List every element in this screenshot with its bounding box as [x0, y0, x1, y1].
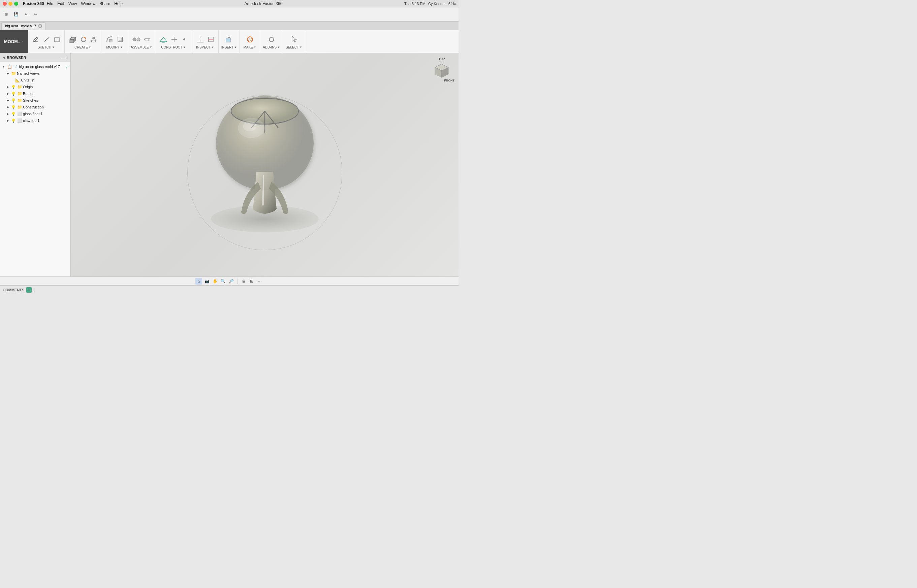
fillet-button[interactable]	[104, 34, 115, 45]
undo-button[interactable]: ↩	[23, 11, 30, 18]
rect-button[interactable]	[52, 35, 61, 44]
sketches-label: Sketches	[23, 99, 69, 102]
redo-button[interactable]: ↪	[32, 11, 39, 18]
plane-button[interactable]	[158, 34, 169, 45]
sketch-chevron: ▼	[52, 46, 55, 49]
save-button[interactable]: 💾	[12, 11, 21, 18]
grid-button[interactable]: ⊞	[248, 278, 255, 284]
main-area: ◀ BROWSER — | ▼ 📋 📄 big acorn glass mold…	[0, 53, 458, 276]
menu-view[interactable]: View	[68, 2, 77, 6]
root-document-icon: 📄	[13, 64, 18, 69]
extrude-button[interactable]	[67, 34, 78, 45]
viewport[interactable]: TOP FRONT	[71, 53, 458, 276]
menu-window[interactable]: Window	[81, 2, 96, 6]
make-button[interactable]: 3D	[244, 34, 256, 45]
ribbon-group-make: 3D MAKE ▼	[240, 30, 260, 53]
ribbon-group-modify: MODIFY ▼	[102, 30, 128, 53]
point-button[interactable]	[180, 35, 189, 44]
maximize-button[interactable]	[14, 2, 18, 6]
addins-chevron: ▼	[277, 46, 280, 49]
browser-tree: ▼ 📋 📄 big acorn glass mold v17 ✓ ▶ 📁 Nam…	[0, 62, 70, 276]
modify-chevron: ▼	[120, 46, 123, 49]
modify-icons	[104, 34, 125, 45]
tree-named-views[interactable]: ▶ 📁 Named Views	[0, 70, 70, 77]
mode-label: MODEL	[4, 39, 20, 44]
units-icon: 📐	[15, 78, 20, 83]
addins-icons	[266, 34, 277, 45]
origin-arrow: ▶	[5, 84, 10, 89]
create-icons	[67, 34, 99, 45]
root-check-icon: ✓	[64, 64, 69, 69]
joint-button[interactable]	[131, 34, 142, 45]
document-tab[interactable]: big acor...mold v17 ✕	[2, 22, 46, 30]
more-button[interactable]: ⋯	[256, 278, 263, 284]
close-button[interactable]	[3, 2, 7, 6]
camera-button[interactable]: 📷	[204, 278, 210, 284]
tree-origin[interactable]: ▶ 💡 📁 Origin	[0, 84, 70, 90]
mode-selector[interactable]: MODEL ▼	[0, 30, 28, 53]
rigid-button[interactable]	[142, 35, 152, 44]
browser-minimize-icon[interactable]: —	[61, 56, 65, 60]
pan-button[interactable]: ✋	[212, 278, 218, 284]
toolbar-divider-1	[237, 278, 238, 284]
addins-button[interactable]	[266, 34, 277, 45]
bodies-arrow: ▶	[5, 91, 10, 96]
measure-button[interactable]	[195, 34, 205, 45]
zoom-out-button[interactable]: 🔍	[220, 278, 226, 284]
glass-float-body-icon: ⬜	[17, 111, 22, 116]
root-arrow: ▼	[2, 64, 6, 69]
browser-controls: — |	[61, 56, 68, 60]
origin-label: Origin	[23, 85, 69, 89]
shell-button[interactable]	[116, 35, 125, 44]
menu-help[interactable]: Help	[114, 2, 123, 6]
sketch-button[interactable]	[31, 34, 41, 45]
menu-file[interactable]: File	[47, 2, 53, 6]
viewcube[interactable]: TOP FRONT	[428, 57, 455, 84]
claw-top-label: claw top:1	[23, 118, 69, 123]
battery-indicator: 54%	[448, 2, 456, 6]
tree-sketches[interactable]: ▶ 💡 📁 Sketches	[0, 97, 70, 104]
svg-point-12	[133, 38, 136, 41]
menu-edit[interactable]: Edit	[57, 2, 64, 6]
tree-claw-top[interactable]: ▶ 💡 ⬜ claw top:1	[0, 117, 70, 124]
inspect-chevron: ▼	[211, 46, 214, 49]
display-mode-button[interactable]: 🖥	[240, 278, 247, 284]
section-button[interactable]	[206, 35, 216, 44]
loft-button[interactable]	[89, 35, 99, 44]
revolve-button[interactable]	[79, 35, 88, 44]
sketches-folder-icon: 📁	[17, 98, 22, 103]
grid-icon[interactable]: ⊞	[3, 11, 10, 18]
svg-text:3D: 3D	[247, 38, 252, 41]
construct-chevron: ▼	[183, 46, 186, 49]
ribbon-group-insert: INSERT ▼	[218, 30, 240, 53]
tree-units[interactable]: ▶ 📐 Units: in	[0, 77, 70, 84]
viewcube-top-label: TOP	[438, 57, 445, 61]
comments-add-button[interactable]: +	[26, 287, 32, 292]
traffic-lights	[3, 2, 18, 6]
tab-close-button[interactable]: ✕	[38, 24, 42, 28]
mac-menu-bar: File Edit View Window Share Help	[47, 2, 123, 6]
minimize-button[interactable]	[8, 2, 13, 6]
title-bar-right: Thu 3:13 PM Cy Keener 54%	[404, 2, 456, 6]
construction-arrow: ▶	[5, 105, 10, 110]
origin-bulb-icon: 💡	[11, 84, 16, 90]
tree-glass-float[interactable]: ▶ 💡 ⬜ glass float:1	[0, 110, 70, 117]
zoom-in-button[interactable]: 🔎	[228, 278, 235, 284]
menu-share[interactable]: Share	[99, 2, 110, 6]
tree-bodies[interactable]: ▶ 💡 📁 Bodies	[0, 90, 70, 97]
tree-root[interactable]: ▼ 📋 📄 big acorn glass mold v17 ✓	[0, 63, 70, 70]
line-button[interactable]	[42, 35, 52, 44]
browser-collapse-icon[interactable]: ◀	[3, 56, 5, 59]
select-chevron: ▼	[299, 46, 302, 49]
comments-label: COMMENTS	[3, 288, 24, 292]
ribbon-group-sketch: SKETCH ▼	[28, 30, 65, 53]
insert-button[interactable]	[224, 34, 235, 45]
home-view-button[interactable]: ⌂	[196, 278, 202, 284]
select-button[interactable]	[289, 34, 299, 45]
bodies-folder-icon: 📁	[17, 91, 22, 96]
tree-construction[interactable]: ▶ 💡 📁 Construction	[0, 104, 70, 110]
assemble-icons	[131, 34, 152, 45]
svg-point-6	[93, 37, 95, 39]
axis-button[interactable]	[170, 35, 179, 44]
origin-folder-icon: 📁	[17, 84, 22, 90]
